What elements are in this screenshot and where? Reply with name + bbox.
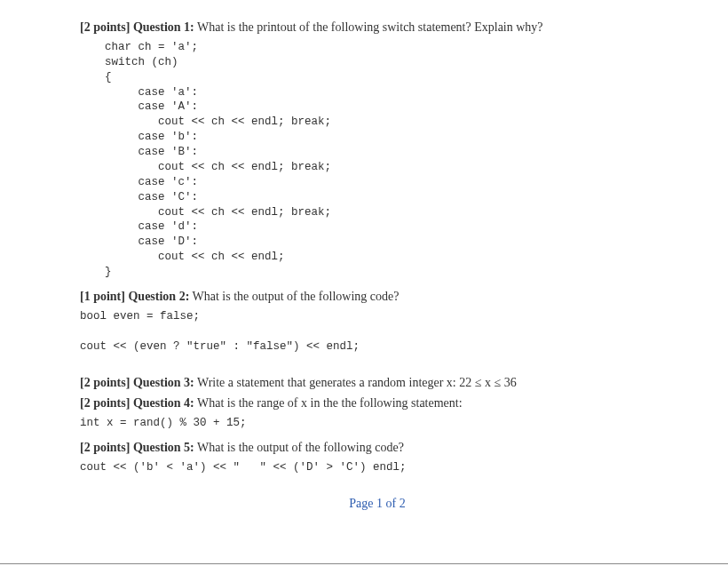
- q2-prompt: What is the output of the following code…: [193, 290, 400, 303]
- q1-prompt: What is the printout of the following sw…: [197, 20, 543, 34]
- q1-code: char ch = 'a'; switch (ch) { case 'a': c…: [105, 40, 675, 280]
- q5-points: [2 points]: [80, 441, 130, 454]
- q3-prompt: Write a statement that generates a rando…: [197, 376, 517, 389]
- page-content: [2 points] Question 1: What is the print…: [0, 0, 728, 511]
- q2-code: bool even = false; cout << (even ? "true…: [80, 309, 675, 355]
- q4-heading: [2 points] Question 4: What is the range…: [80, 395, 675, 412]
- q2-heading: [1 point] Question 2: What is the output…: [80, 289, 675, 306]
- q1-heading: [2 points] Question 1: What is the print…: [80, 20, 675, 36]
- q4-prompt: What is the range of x in the the follow…: [197, 396, 463, 410]
- q3-title: Question 3:: [133, 376, 194, 389]
- q5-code: cout << ('b' < 'a') << " " << ('D' > 'C'…: [80, 460, 675, 475]
- q1-points: [2 points]: [80, 20, 130, 34]
- q4-code: int x = rand() % 30 + 15;: [80, 416, 675, 431]
- q3-points: [2 points]: [80, 376, 130, 389]
- q2-points: [1 point]: [80, 290, 125, 303]
- q2-title: Question 2:: [128, 290, 189, 303]
- q3-heading: [2 points] Question 3: Write a statement…: [80, 375, 675, 392]
- q5-prompt: What is the output of the following code…: [197, 441, 404, 454]
- bottom-border: [0, 563, 728, 564]
- q5-heading: [2 points] Question 5: What is the outpu…: [80, 440, 675, 457]
- spacer: [80, 363, 675, 371]
- q5-title: Question 5:: [133, 441, 194, 454]
- q1-title: Question 1:: [133, 20, 194, 34]
- q4-title: Question 4:: [133, 396, 194, 410]
- q4-points: [2 points]: [80, 396, 130, 410]
- page-footer: Page 1 of 2: [80, 497, 675, 511]
